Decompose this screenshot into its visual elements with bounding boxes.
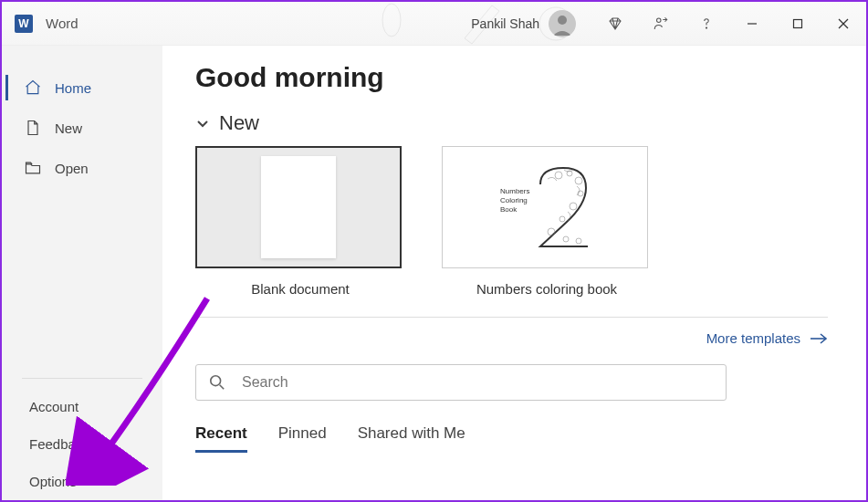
tab-recent[interactable]: Recent — [195, 424, 247, 453]
app-name: Word — [46, 16, 78, 31]
greeting-heading: Good morning — [195, 62, 828, 93]
svg-text:Numbers: Numbers — [500, 187, 529, 195]
svg-text:Book: Book — [500, 205, 518, 214]
sidebar-item-label: Home — [55, 80, 91, 96]
diamond-icon[interactable] — [592, 2, 638, 46]
help-icon[interactable] — [684, 2, 729, 46]
svg-point-18 — [559, 216, 565, 222]
sidebar-item-open[interactable]: Open — [2, 148, 162, 188]
svg-point-13 — [555, 172, 562, 179]
sidebar-item-home[interactable]: Home — [2, 68, 162, 108]
more-templates-link[interactable]: More templates — [706, 330, 828, 346]
minimize-button[interactable] — [729, 2, 775, 46]
new-section-header[interactable]: New — [195, 111, 828, 135]
template-blank-document[interactable]: Blank document — [195, 146, 405, 297]
template-label: Numbers coloring book — [442, 281, 652, 297]
sidebar-item-account[interactable]: Account — [2, 388, 162, 425]
sidebar-item-options[interactable]: Options — [2, 463, 162, 500]
search-icon — [209, 374, 225, 391]
svg-point-0 — [382, 4, 401, 37]
svg-line-24 — [220, 385, 225, 390]
divider — [195, 317, 828, 318]
sidebar-item-new[interactable]: New — [2, 108, 162, 148]
chevron-down-icon — [195, 116, 210, 131]
template-thumbnail — [195, 146, 402, 268]
user-name[interactable]: Pankil Shah — [471, 16, 539, 31]
svg-point-4 — [657, 18, 662, 23]
folder-icon — [24, 159, 42, 177]
svg-point-5 — [706, 27, 706, 28]
person-arrow-icon[interactable] — [638, 2, 684, 46]
more-templates-label: More templates — [706, 330, 800, 346]
close-button[interactable] — [821, 2, 866, 46]
blank-page-icon — [261, 156, 336, 258]
search-box[interactable] — [195, 364, 727, 401]
tabs: Recent Pinned Shared with Me — [195, 424, 828, 453]
search-input[interactable] — [242, 374, 713, 391]
templates-row: Blank document Numbers Coloring Book — [195, 146, 828, 297]
word-logo-icon: W — [15, 15, 33, 33]
svg-point-20 — [563, 236, 569, 242]
svg-point-21 — [576, 238, 581, 244]
svg-text:Coloring: Coloring — [500, 196, 528, 204]
template-numbers-coloring-book[interactable]: Numbers Coloring Book Numbers coloring b… — [442, 146, 652, 297]
arrow-right-icon — [810, 332, 828, 345]
svg-point-15 — [575, 177, 582, 184]
maximize-button[interactable] — [775, 2, 821, 46]
new-section-title: New — [219, 111, 259, 135]
avatar[interactable] — [549, 10, 576, 37]
sidebar-item-feedback[interactable]: Feedback — [2, 425, 162, 463]
svg-point-3 — [558, 16, 567, 25]
tab-shared-with-me[interactable]: Shared with Me — [358, 424, 465, 453]
tab-pinned[interactable]: Pinned — [278, 424, 327, 453]
titlebar: W Word Pankil Shah — [2, 2, 866, 46]
svg-point-23 — [211, 376, 221, 386]
svg-point-19 — [548, 228, 555, 235]
document-icon — [24, 119, 42, 137]
template-label: Blank document — [195, 281, 405, 297]
sidebar-divider — [22, 378, 142, 379]
sidebar-item-label: New — [55, 120, 82, 136]
svg-point-17 — [570, 203, 577, 210]
content-area: Good morning New Blank document Numbers … — [162, 46, 866, 500]
sidebar-item-label: Open — [55, 161, 89, 176]
template-thumbnail: Numbers Coloring Book — [442, 146, 648, 268]
home-icon — [24, 78, 42, 97]
sidebar: Home New Open Account Feedback Options — [2, 46, 162, 500]
svg-rect-7 — [794, 20, 802, 28]
